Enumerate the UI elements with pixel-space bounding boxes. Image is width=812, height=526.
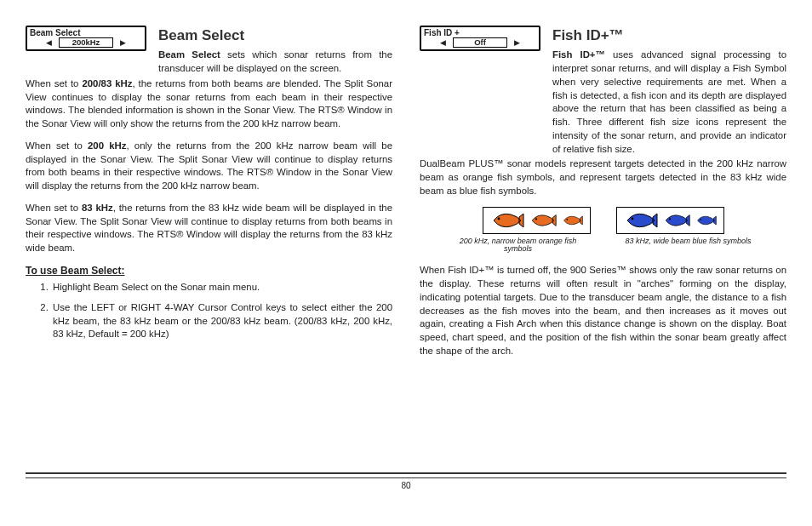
widget-value-row: ◀ Off ▶: [421, 37, 539, 49]
p1-lead: When set to: [26, 78, 82, 89]
fish-id-header: Fish ID + ◀ Off ▶ Fish ID+™ Fish ID+™ us…: [420, 26, 786, 156]
step-2: Use the LEFT or RIGHT 4-WAY Cursor Contr…: [51, 301, 392, 341]
fish-icon: [695, 214, 717, 226]
fish-id-widget: Fish ID + ◀ Off ▶: [420, 26, 540, 51]
fish-icon: [624, 211, 658, 230]
widget-value: 200kHz: [59, 37, 113, 48]
orange-fish-box: [483, 207, 591, 234]
p1-bold: 200/83 kHz: [82, 78, 132, 89]
left-arrow-icon: ◀: [46, 39, 52, 47]
svg-point-0: [497, 217, 500, 220]
fish-icon: [562, 214, 583, 226]
page-number: 80: [0, 481, 812, 490]
blue-fish-box: [616, 207, 724, 234]
page-body: Beam Select ◀ 200kHz ▶ Beam Select Beam …: [0, 0, 812, 472]
p3-lead: When set to: [26, 203, 82, 213]
title-intro-block: Beam Select Beam Select sets which sonar…: [158, 26, 392, 76]
p2-lead: When set to: [26, 140, 88, 151]
p3: When Fish ID+™ is turned off, the 900 Se…: [420, 264, 786, 357]
svg-point-1: [535, 218, 536, 220]
svg-point-5: [700, 218, 701, 220]
orange-caption: 200 kHz, narrow beam orange fish symbols: [446, 237, 591, 254]
blue-caption: 83 kHz, wide beam blue fish symbols: [616, 237, 761, 254]
fish-icon: [663, 213, 690, 228]
p3-bold: 83 kHz: [82, 203, 113, 213]
p3: When set to 83 kHz, the returns from the…: [26, 202, 392, 255]
right-column: Fish ID + ◀ Off ▶ Fish ID+™ Fish ID+™ us…: [420, 26, 786, 472]
steps-list: Highlight Beam Select on the Sonar main …: [26, 281, 392, 341]
widget-value: Off: [453, 37, 507, 48]
fish-icon: [529, 213, 557, 228]
fish-caption-row: 200 kHz, narrow beam orange fish symbols…: [420, 237, 786, 254]
p2: When set to 200 kHz, only the returns fr…: [26, 140, 392, 193]
left-column: Beam Select ◀ 200kHz ▶ Beam Select Beam …: [26, 26, 392, 472]
step-1: Highlight Beam Select on the Sonar main …: [51, 281, 392, 294]
widget-label: Beam Select: [27, 27, 145, 37]
left-arrow-icon: ◀: [440, 39, 446, 47]
svg-point-3: [631, 217, 633, 220]
beam-select-header: Beam Select ◀ 200kHz ▶ Beam Select Beam …: [26, 26, 392, 76]
fish-illustration-row: [420, 207, 786, 234]
intro-text: Beam Select sets which sonar returns fro…: [158, 49, 392, 73]
fish-id-title: Fish ID+™: [552, 26, 786, 45]
intro-text: Fish ID+™ uses advanced signal processin…: [552, 49, 786, 153]
svg-point-4: [668, 218, 670, 220]
p2-bold: 200 kHz: [88, 140, 126, 151]
beam-select-widget: Beam Select ◀ 200kHz ▶: [26, 26, 146, 51]
widget-value-row: ◀ 200kHz ▶: [27, 37, 145, 49]
p1: When set to 200/83 kHz, the returns from…: [26, 77, 392, 131]
instructions-heading: To use Beam Select:: [26, 264, 392, 278]
p2: DualBeam PLUS™ sonar models represent ta…: [420, 157, 786, 197]
title-intro-block: Fish ID+™ Fish ID+™ uses advanced signal…: [552, 26, 786, 156]
widget-label: Fish ID +: [421, 27, 539, 37]
right-arrow-icon: ▶: [514, 39, 520, 47]
beam-select-title: Beam Select: [158, 26, 392, 45]
fish-icon: [490, 211, 524, 230]
right-arrow-icon: ▶: [120, 39, 126, 47]
intro-lead: Beam Select: [158, 49, 220, 60]
svg-point-2: [566, 218, 568, 220]
footer-rule: [26, 472, 786, 478]
intro-rest: uses advanced signal processing to inter…: [552, 49, 786, 153]
intro-lead: Fish ID+™: [552, 49, 605, 60]
